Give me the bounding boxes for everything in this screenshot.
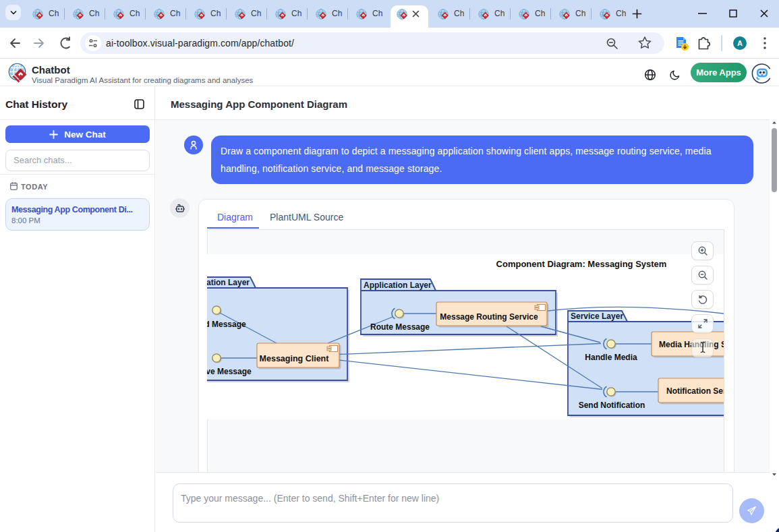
svg-text:Send Message: Send Message <box>207 320 246 329</box>
svg-text:Message Routing Service: Message Routing Service <box>440 312 538 322</box>
svg-text:Presentation Layer: Presentation Layer <box>207 278 250 287</box>
svg-text:Notification Service: Notification Service <box>666 386 724 396</box>
svg-text:Send Notification: Send Notification <box>579 401 645 410</box>
svg-text:Component Diagram: Messaging S: Component Diagram: Messaging System <box>496 259 667 269</box>
svg-text:Receive Message: Receive Message <box>207 367 252 376</box>
svg-text:Handle Media: Handle Media <box>585 353 637 362</box>
svg-text:Application Layer: Application Layer <box>364 280 432 290</box>
svg-text:Route Message: Route Message <box>370 322 430 332</box>
svg-text:Messaging Client: Messaging Client <box>260 354 330 363</box>
svg-text:Service Layer: Service Layer <box>571 312 623 321</box>
